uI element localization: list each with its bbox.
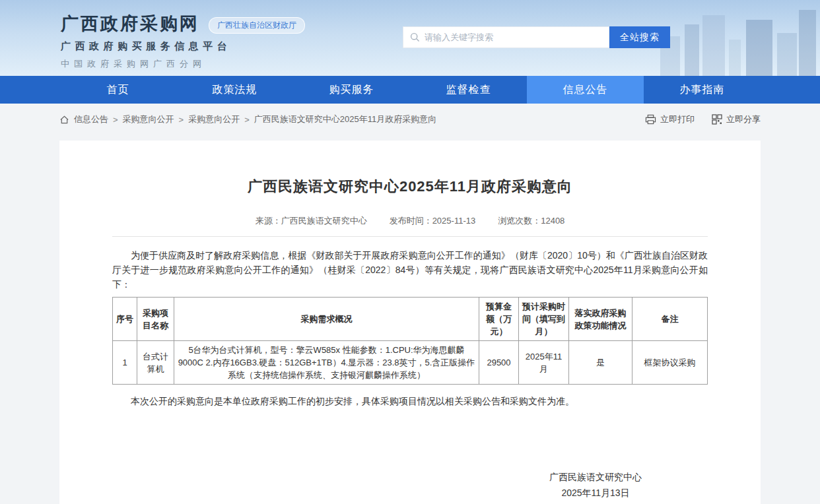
signature-org: 广西民族语文研究中心 [549, 469, 642, 485]
site-logo: 广西政府采购网 广西壮族自治区财政厅 广西政府购买服务信息平台 中国政府采购网广… [61, 15, 305, 70]
page-title: 广西民族语文研究中心2025年11月政府采购意向 [112, 177, 708, 197]
site-title: 广西政府采购网 [61, 15, 199, 34]
nav-item-purchase-services[interactable]: 购买服务 [293, 76, 410, 104]
title-divider [112, 236, 708, 237]
breadcrumb: 信息公告 > 采购意向公开 > 采购意向公开 > 广西民族语文研究中心2025年… [59, 113, 436, 125]
breadcrumb-separator: > [113, 115, 118, 125]
city-skyline-decoration [648, 0, 820, 76]
breadcrumb-separator: > [179, 115, 184, 125]
col-header-budget: 预算金额（万元） [479, 298, 519, 341]
qrcode-icon [712, 114, 722, 125]
meta-source: 来源：广西民族语文研究中心 [256, 215, 367, 227]
procurement-intent-table: 序号 采购项目名称 采购需求概况 预算金额（万元） 预计采购时间（填写到月） 落… [112, 297, 708, 385]
meta-source-label: 来源： [256, 216, 281, 226]
nav-item-guide[interactable]: 办事指南 [644, 76, 761, 104]
cell-expected-time: 2025年11月 [519, 341, 569, 385]
closing-paragraph: 本次公开的采购意向是本单位政府采购工作的初步安排，具体采购项目情况以相关采购公告… [112, 394, 708, 408]
nav-item-home[interactable]: 首页 [59, 76, 176, 104]
breadcrumb-item-current: 广西民族语文研究中心2025年11月政府采购意向 [254, 113, 436, 125]
home-icon [59, 115, 69, 125]
col-header-seq: 序号 [113, 298, 137, 341]
site-subtitle: 广西政府购买服务信息平台 [61, 40, 305, 53]
table-header-row: 序号 采购项目名称 采购需求概况 预算金额（万元） 预计采购时间（填写到月） 落… [113, 298, 708, 341]
meta-publish-label: 发布时间： [390, 216, 432, 226]
breadcrumb-separator: > [244, 115, 250, 125]
col-header-policy: 落实政府采购政策功能情况 [569, 298, 632, 341]
cell-seq: 1 [113, 341, 137, 385]
col-header-demand-overview: 采购需求概况 [174, 298, 479, 341]
article-meta: 来源：广西民族语文研究中心 发布时间：2025-11-13 浏览次数：12408 [112, 215, 708, 227]
signature-date: 2025年11月13日 [561, 485, 629, 501]
breadcrumb-bar: 信息公告 > 采购意向公开 > 采购意向公开 > 广西民族语文研究中心2025年… [59, 104, 761, 135]
print-button[interactable]: 立即打印 [645, 113, 695, 125]
authority-badge: 广西壮族自治区财政厅 [209, 17, 305, 34]
col-header-project-name: 采购项目名称 [137, 298, 174, 341]
site-search-button[interactable]: 全站搜索 [609, 26, 670, 48]
share-button[interactable]: 立即分享 [712, 113, 761, 125]
meta-views-value: 12408 [541, 216, 564, 226]
meta-publish-time: 发布时间：2025-11-13 [390, 215, 476, 227]
table-row: 1 台式计算机 5台华为台式计算机，型号：擎云W585x 性能参数：1.CPU:… [113, 341, 708, 385]
breadcrumb-item-intent-open-2[interactable]: 采购意向公开 [188, 113, 240, 125]
page-actions: 立即打印 立即分享 [645, 113, 761, 125]
cell-demand-overview: 5台华为台式计算机，型号：擎云W585x 性能参数：1.CPU:华为海思麒麟90… [174, 341, 479, 385]
share-label: 立即分享 [726, 113, 761, 125]
nav-item-supervision[interactable]: 监督检查 [410, 76, 527, 104]
nav-item-policies[interactable]: 政策法规 [176, 76, 293, 104]
site-subtext: 中国政府采购网广西分网 [61, 58, 305, 70]
article-card: 广西民族语文研究中心2025年11月政府采购意向 来源：广西民族语文研究中心 发… [59, 141, 761, 504]
cell-project-name: 台式计算机 [137, 341, 174, 385]
search-box [403, 26, 609, 48]
meta-source-value: 广西民族语文研究中心 [281, 216, 367, 226]
print-label: 立即打印 [660, 113, 695, 125]
printer-icon [645, 114, 656, 125]
meta-publish-value: 2025-11-13 [432, 216, 476, 226]
nav-item-announcements[interactable]: 信息公告 [527, 76, 644, 104]
cell-budget: 29500 [479, 341, 519, 385]
col-header-note: 备注 [632, 298, 708, 341]
breadcrumb-item-intent-open-1[interactable]: 采购意向公开 [123, 113, 174, 125]
meta-views-label: 浏览次数： [498, 216, 541, 226]
col-header-expected-time: 预计采购时间（填写到月） [519, 298, 569, 341]
site-header: 广西政府采购网 广西壮族自治区财政厅 广西政府购买服务信息平台 中国政府采购网广… [0, 0, 820, 76]
main-nav: 首页 政策法规 购买服务 监督检查 信息公告 办事指南 [0, 76, 820, 104]
cell-policy: 是 [569, 341, 632, 385]
cell-note: 框架协议采购 [632, 341, 708, 385]
meta-views: 浏览次数：12408 [498, 215, 564, 227]
search-input[interactable] [425, 32, 602, 42]
signature-block: 广西民族语文研究中心 2025年11月13日 [523, 469, 668, 501]
breadcrumb-item-announcements[interactable]: 信息公告 [74, 113, 108, 125]
search-area: 全站搜索 [403, 26, 670, 48]
intro-paragraph: 为便于供应商及时了解政府采购信息，根据《财政部关于开展政府采购意向公开工作的通知… [112, 248, 708, 292]
search-icon [410, 32, 420, 42]
